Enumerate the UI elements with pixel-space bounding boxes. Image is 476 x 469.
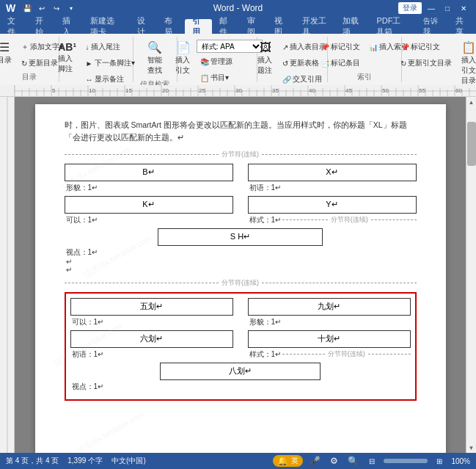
scrollbar-thumb[interactable] <box>467 122 476 166</box>
document-scroll-area[interactable]: 活活活x.tomblue.com 活活活x.tomblue.com 活活活x.t… <box>15 97 466 453</box>
insert-caption-button[interactable]: 🖼 插入题注 <box>254 40 277 78</box>
document-page: 活活活x.tomblue.com 活活活x.tomblue.com 活活活x.t… <box>35 104 446 453</box>
scroll-down-arrow[interactable]: ▼ <box>466 443 477 453</box>
form-box-y: Y↵ <box>248 196 417 214</box>
footnote-icon: AB¹ <box>58 42 76 52</box>
notification-icon: 🔔 <box>277 456 288 466</box>
bibliography-label: 书目▾ <box>210 73 229 83</box>
insert-footnote-button[interactable]: AB¹ 插入脚注 <box>54 40 81 76</box>
tab-design[interactable]: 设计 <box>130 19 158 34</box>
tab-pdf[interactable]: PDF工具箱 <box>369 19 416 34</box>
form-label-y: 样式：1↵ <box>248 215 282 225</box>
form-label-6: 初语：1↵ <box>70 349 233 360</box>
break-line-left-2 <box>65 283 219 283</box>
tab-references[interactable]: 引用 <box>185 19 213 34</box>
minimize-button[interactable]: — <box>425 2 438 14</box>
maximize-button[interactable]: □ <box>441 2 454 14</box>
mic-icon[interactable]: 🎤 <box>307 454 322 468</box>
smart-lookup-button[interactable]: 🔍 智能查找 <box>143 40 166 78</box>
redo-icon[interactable]: ↪ <box>51 2 62 14</box>
index-group-label: 索引 <box>357 70 372 82</box>
form-label-b: 形貌：1↵ <box>65 183 233 193</box>
form-label-y-container: 样式：1↵ 分节符(连续) <box>248 215 417 225</box>
update-citetoc-button[interactable]: ↻ 更新引文目录 <box>397 56 455 70</box>
next-footnote-label: 下一条脚注▾ <box>95 58 135 68</box>
break-line-right-2 <box>262 283 417 283</box>
zoom-out-icon[interactable]: ⊟ <box>365 454 379 468</box>
tab-view[interactable]: 视图 <box>267 19 295 34</box>
manage-sources-button[interactable]: 📚 管理源 <box>197 54 263 69</box>
insert-citetoc-label: 插入引文目录 <box>461 55 476 86</box>
vertical-scrollbar[interactable]: ▲ ▼ <box>466 97 476 453</box>
citetoc-items: 📌 标记引文 ↻ 更新引文目录 📋 插入引文目录 <box>397 37 476 88</box>
citations-items: 📄 插入引文 样式: APA 📚 管理源 📋 书目▾ <box>172 37 263 85</box>
form-row-8: 八划↵ 视点：1↵ <box>70 363 411 392</box>
tab-mailings[interactable]: 邮件 <box>212 19 240 34</box>
form-box-b: B↵ <box>65 164 233 181</box>
scroll-up-arrow[interactable]: ▲ <box>466 97 477 107</box>
undo-icon[interactable]: ↩ <box>36 2 48 14</box>
tab-tellme[interactable]: 告诉我 <box>416 19 448 34</box>
update-citetoc-label: 更新引文目录 <box>408 58 452 68</box>
show-notes-button[interactable]: ↔ 显示备注 <box>82 72 139 87</box>
mark-citation-button[interactable]: 📌 标记引文 <box>317 40 364 54</box>
toc-button[interactable]: ☰ 目录 <box>0 40 16 68</box>
tab-newtab[interactable]: 新建选项卡 <box>83 19 130 34</box>
citation-style-select[interactable]: 样式: APA <box>197 40 263 53</box>
form-label-8: 视点：1↵ <box>70 382 411 392</box>
mark-citation2-button[interactable]: 📌 标记引文 <box>397 40 455 54</box>
close-button[interactable]: ✕ <box>457 2 470 14</box>
svg-text:35: 35 <box>272 87 279 94</box>
break-label-2: 分节符(连续) <box>219 278 262 288</box>
tab-home[interactable]: 开始 <box>28 19 56 34</box>
form-row-610: 六划↵ 初语：1↵ 十划↵ 样式：1↵ 分节符(连续) <box>70 330 411 360</box>
form-box-6: 六划↵ <box>70 330 233 348</box>
tab-developer[interactable]: 开发工具 <box>295 19 335 34</box>
cross-ref-label: 交叉引用 <box>293 74 322 84</box>
tab-review[interactable]: 审阅 <box>240 19 268 34</box>
tab-layout[interactable]: 布局 <box>157 19 185 34</box>
update-citetoc-icon: ↻ <box>400 59 406 68</box>
status-left: 第 4 页，共 4 页 1,399 个字 中文(中国) <box>6 456 146 466</box>
customize-qa-icon[interactable]: ▾ <box>65 2 77 14</box>
inline-break-line-r <box>371 219 417 220</box>
update-table-icon: ↺ <box>282 59 288 68</box>
update-toc-icon: ↻ <box>21 59 27 68</box>
settings-icon[interactable]: ⚙ <box>326 454 341 468</box>
mark-citation-icon: 📌 <box>321 43 329 51</box>
svg-text:60: 60 <box>455 87 462 94</box>
cross-ref-button[interactable]: 🔗 交叉引用 <box>279 72 330 87</box>
quick-save-icon[interactable]: 💾 <box>21 2 33 14</box>
bibliography-button[interactable]: 📋 书目▾ <box>197 70 263 85</box>
svg-text:55: 55 <box>419 87 425 94</box>
insert-index-icon: 📊 <box>369 43 378 51</box>
tab-insert[interactable]: 插入 <box>55 19 83 34</box>
tab-file[interactable]: 文件 <box>0 19 28 34</box>
tab-addins[interactable]: 加载项 <box>335 19 369 34</box>
insert-citetoc-button[interactable]: 📋 插入引文目录 <box>457 40 476 88</box>
form-field-10: 十划↵ 样式：1↵ 分节符(连续) <box>248 330 411 360</box>
form-box-sh: S H↵ <box>158 228 323 246</box>
cross-ref-icon: 🔗 <box>282 76 291 84</box>
mark-citation2-label: 标记引文 <box>411 42 440 52</box>
zoom-slider[interactable] <box>384 459 428 463</box>
ribbon-group-footnotes: AB¹ 插入脚注 ↓ 插入尾注 ► 下一条脚注▾ ↔ 显示备注 脚注 <box>59 37 133 82</box>
insert-endnote-button[interactable]: ↓ 插入尾注 <box>82 40 139 54</box>
break-line-right-1 <box>262 154 417 155</box>
zoom-in-icon[interactable]: ⊞ <box>432 454 447 468</box>
ruler-area: // Generate ruler ticks via JS after ren… <box>0 85 476 97</box>
horizontal-ruler: // Generate ruler ticks via JS after ren… <box>15 85 476 97</box>
insert-citation-button[interactable]: 📄 插入引文 <box>172 40 195 78</box>
mark-entry-button[interactable]: 📑 标记条目 <box>317 56 364 70</box>
form-box-x: X↵ <box>248 164 417 181</box>
login-button[interactable]: 登录 <box>398 2 422 14</box>
research-items: 🔍 智能查找 <box>143 37 166 78</box>
next-footnote-button[interactable]: ► 下一条脚注▾ <box>82 56 139 70</box>
ribbon-group-index: 📌 标记引文 📑 标记条目 📊 插入索引 索引 <box>328 37 402 82</box>
bibliography-icon: 📋 <box>200 74 209 82</box>
search-status-icon[interactable]: 🔍 <box>345 454 360 468</box>
tab-share[interactable]: 共享 <box>448 19 476 34</box>
form-row-ky: K↵ 可以：1↵ Y↵ 样式：1↵ 分节符(连续) <box>65 196 417 225</box>
footnote-sub-buttons: ↓ 插入尾注 ► 下一条脚注▾ ↔ 显示备注 <box>82 40 139 87</box>
ruler-corner <box>0 85 15 97</box>
